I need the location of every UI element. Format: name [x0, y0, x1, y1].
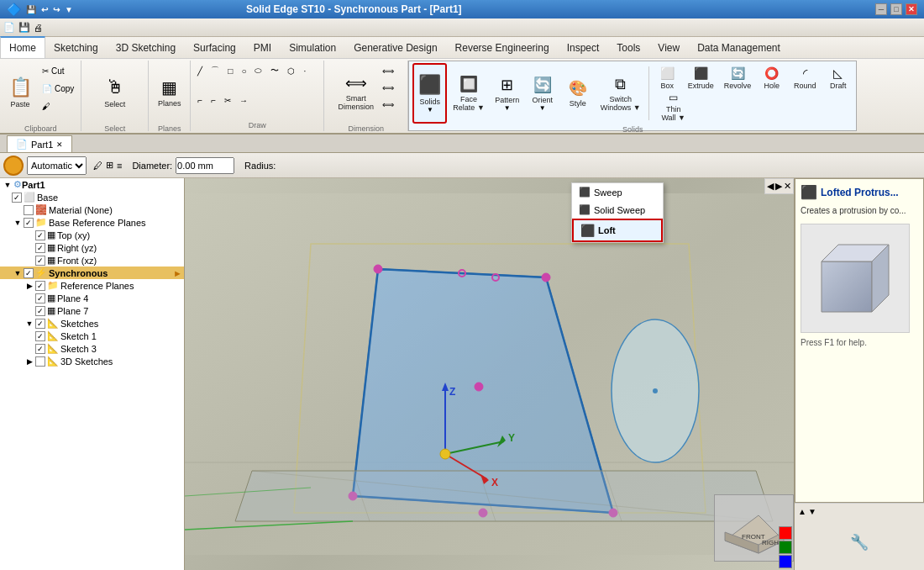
tab-generative-design[interactable]: Generative Design [345, 37, 446, 58]
sketches-expander[interactable]: ▼ [24, 319, 35, 328]
draft-button[interactable]: ◺ Draft [823, 63, 853, 92]
root-expander[interactable]: ▼ [2, 181, 13, 189]
3d-sketches-checkbox[interactable] [35, 356, 45, 367]
tree-plane4[interactable]: ▦ Plane 4 [0, 292, 184, 304]
sketch1-checkbox[interactable] [35, 331, 45, 341]
revolve-button[interactable]: 🔄 Revolve [720, 63, 756, 92]
tree-base[interactable]: ⬜ Base [0, 191, 184, 203]
tree-root[interactable]: ▼ ⚙ Part1 [0, 178, 184, 191]
base-checkbox[interactable] [12, 193, 22, 203]
nav-left-icon[interactable]: ◀ [767, 181, 774, 192]
tree-synchronous[interactable]: ▼ ⚡ Synchronous ► [0, 267, 184, 279]
plane4-checkbox[interactable] [35, 293, 45, 303]
tree-top-plane[interactable]: ▦ Top (xy) [0, 229, 184, 241]
circle-button[interactable]: ○ [238, 62, 249, 79]
sync-checkbox[interactable] [24, 268, 34, 278]
color-blue[interactable] [779, 555, 792, 568]
dim-ref-button[interactable]: ⟺ [379, 96, 397, 113]
tab-pmi[interactable]: PMI [245, 37, 281, 58]
tree-base-ref-planes[interactable]: ▼ 📁 Base Reference Planes [0, 216, 184, 229]
material-checkbox[interactable] [24, 205, 34, 215]
copy-button[interactable]: 📄Copy [39, 80, 77, 97]
scroll-up-icon[interactable]: ▲ [798, 507, 806, 516]
smart-dimension-button[interactable]: ⟺ SmartDimension [335, 62, 377, 123]
style-button[interactable]: 🎨 Style [561, 63, 595, 124]
line-button[interactable]: ╱ [194, 62, 206, 79]
sketch-icon-1[interactable]: 🖊 [93, 161, 102, 171]
tree-sketches[interactable]: ▼ 📐 Sketches [0, 317, 184, 330]
solid-sweep-item[interactable]: ⬛ Solid Sweep [572, 201, 663, 219]
base-ref-expander[interactable]: ▼ [12, 219, 24, 227]
select-button[interactable]: 🖱 Select [98, 62, 132, 123]
tab-sketching[interactable]: Sketching [45, 37, 108, 58]
tab-simulation[interactable]: Simulation [281, 37, 345, 58]
undo-icon[interactable]: ↩ [41, 5, 48, 14]
sketches-checkbox[interactable] [35, 319, 45, 329]
point-button[interactable]: · [300, 62, 309, 79]
rect-button[interactable]: □ [224, 62, 236, 79]
front-plane-checkbox[interactable] [35, 256, 45, 266]
tree-3d-sketches[interactable]: ▶ 📐 3D Sketches [0, 355, 184, 367]
tree-sketch3[interactable]: 📐 Sketch 3 [0, 342, 184, 355]
customize-icon[interactable]: ▼ [65, 5, 73, 14]
diameter-input[interactable] [176, 157, 234, 174]
close-button[interactable]: ✕ [906, 3, 917, 15]
qa-icon1[interactable]: 📄 [3, 22, 15, 33]
sketch3-checkbox[interactable] [35, 344, 45, 354]
sweep-item[interactable]: ⬛ Sweep [572, 183, 663, 201]
cut-button[interactable]: ✂Cut [39, 62, 77, 79]
chamfer-button[interactable]: ⌐ [207, 92, 219, 108]
scroll-down-icon[interactable]: ▼ [808, 507, 816, 516]
restore-button[interactable]: □ [890, 3, 902, 15]
sketch-icon-2[interactable]: ⊞ [106, 160, 113, 171]
tab-home[interactable]: Home [0, 36, 45, 58]
arc-button[interactable]: ⌒ [207, 62, 223, 79]
round-button[interactable]: ◜ Round [788, 63, 822, 92]
ref-planes-sub-checkbox[interactable] [35, 281, 45, 291]
dim-baseline-button[interactable]: ⟺ [379, 79, 397, 96]
minimize-button[interactable]: ─ [875, 3, 887, 15]
tab-surfacing[interactable]: Surfacing [185, 37, 245, 58]
format-painter-button[interactable]: 🖌 [39, 98, 77, 114]
tree-front-plane[interactable]: ▦ Front (xz) [0, 254, 184, 267]
tab-3d-sketching[interactable]: 3D Sketching [108, 37, 185, 58]
color-red[interactable] [779, 526, 792, 540]
trim-button[interactable]: ✂ [221, 92, 234, 108]
ellipse-button[interactable]: ⬭ [251, 62, 265, 79]
tab-inspect[interactable]: Inspect [559, 37, 609, 58]
qa-icon3[interactable]: 🖨 [34, 23, 43, 33]
base-ref-checkbox[interactable] [24, 218, 34, 228]
nav-close-icon[interactable]: ✕ [784, 181, 791, 192]
switch-windows-button[interactable]: ⧉ SwitchWindows ▼ [596, 63, 645, 124]
fillet-button[interactable]: ⌐ [194, 92, 206, 108]
top-checkbox[interactable] [35, 230, 45, 240]
polygon-button[interactable]: ⬡ [284, 62, 298, 79]
solids-button[interactable]: ⬛ Solids ▼ [412, 63, 447, 124]
3d-sketches-expander[interactable]: ▶ [24, 357, 35, 366]
tree-ref-planes-sub[interactable]: ▶ 📁 Reference Planes [0, 279, 184, 292]
tree-material[interactable]: 🧱 Material (None) [0, 203, 184, 216]
color-green[interactable] [779, 541, 792, 554]
qa-icon2[interactable]: 💾 [18, 22, 30, 33]
mode-dropdown[interactable]: Automatic [27, 156, 87, 175]
loft-item[interactable]: ⬛ Loft [572, 219, 663, 242]
tree-right-plane[interactable]: ▦ Right (yz) [0, 241, 184, 254]
pattern-button[interactable]: ⊞ Pattern ▼ [491, 63, 524, 124]
dim-chain-button[interactable]: ⟺ [379, 62, 397, 79]
thin-wall-button[interactable]: ▭ ThinWall ▼ [653, 94, 695, 119]
spline-button[interactable]: 〜 [267, 62, 282, 79]
extrude-button[interactable]: ⬛ Extrude [684, 63, 718, 92]
hole-button[interactable]: ⭕ Hole [757, 63, 786, 92]
tab-view[interactable]: View [649, 37, 689, 58]
planes-button[interactable]: ▦ Planes [153, 62, 186, 123]
extend-button[interactable]: → [236, 92, 251, 108]
face-relate-button[interactable]: 🔲 FaceRelate ▼ [449, 63, 488, 124]
tree-plane7[interactable]: ▦ Plane 7 [0, 304, 184, 317]
orient-arrow[interactable]: ▼ [539, 104, 546, 112]
ref-planes-sub-expander[interactable]: ▶ [24, 282, 35, 290]
tree-sketch1[interactable]: 📐 Sketch 1 [0, 330, 184, 342]
redo-icon[interactable]: ↪ [53, 5, 60, 14]
pattern-arrow[interactable]: ▼ [504, 104, 511, 112]
quick-save-icon[interactable]: 💾 [26, 5, 36, 14]
paste-button[interactable]: 📋 Paste [3, 62, 37, 123]
